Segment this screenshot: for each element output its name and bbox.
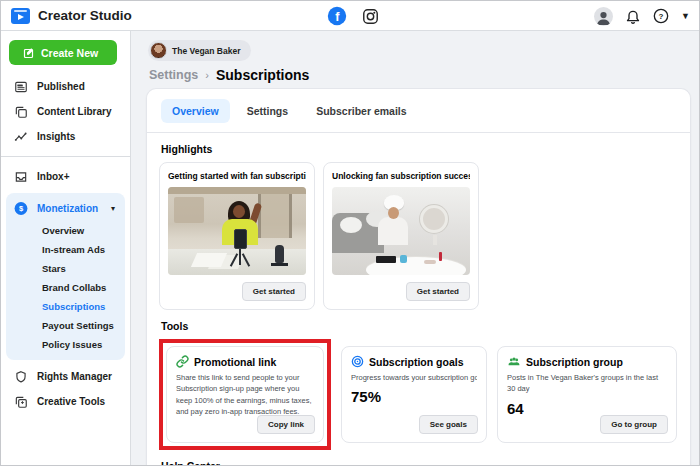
page-avatar xyxy=(150,42,167,59)
scene-lipstick xyxy=(439,252,442,261)
help-icon[interactable]: ? xyxy=(653,8,669,24)
tool-card-description: Share this link to send people to your S… xyxy=(176,372,314,417)
see-goals-button[interactable]: See goals xyxy=(419,415,478,434)
sidebar-subitem-label: Policy Issues xyxy=(42,339,102,350)
scene-microphone xyxy=(275,245,284,263)
top-bar-actions: ? ▼ xyxy=(594,1,690,31)
monetization-section: $ Monetization ▾ Overview In-stream Ads … xyxy=(6,193,125,360)
tab-subscriber-emails[interactable]: Subscriber emails xyxy=(305,99,417,123)
sidebar-item-content-library[interactable]: Content Library xyxy=(1,99,130,124)
platform-switcher: f xyxy=(327,1,379,31)
highlight-card-unlocking-success: Unlocking fan subscription success xyxy=(323,162,479,310)
tool-card-promotional-link: Promotional link Share this link to send… xyxy=(166,346,324,443)
go-to-group-button[interactable]: Go to group xyxy=(600,415,668,434)
scene-person-face xyxy=(233,205,245,218)
chevron-down-icon[interactable]: ▾ xyxy=(111,204,115,213)
tab-bar: Overview Settings Subscriber emails xyxy=(147,98,690,133)
scene-window xyxy=(258,194,292,238)
notifications-bell-icon[interactable] xyxy=(625,8,641,24)
account-menu-caret-icon[interactable]: ▼ xyxy=(681,11,690,21)
sidebar-subitem-policy-issues[interactable]: Policy Issues xyxy=(6,335,125,354)
sidebar-subitem-label: In-stream Ads xyxy=(42,244,105,255)
get-started-button[interactable]: Get started xyxy=(406,282,470,301)
sidebar-subitem-label: Brand Collabs xyxy=(42,282,106,293)
sidebar-subitem-label: Subscriptions xyxy=(42,301,105,312)
sidebar-subitem-instream-ads[interactable]: In-stream Ads xyxy=(6,240,125,259)
sidebar-item-rights-manager[interactable]: Rights Manager xyxy=(1,364,130,389)
tool-card-title: Subscription goals xyxy=(369,356,464,368)
tools-section-title: Tools xyxy=(161,320,676,332)
page-name: The Vegan Baker xyxy=(172,46,241,56)
sidebar-subitem-payout-settings[interactable]: Payout Settings xyxy=(6,316,125,335)
scene-makeup-palette xyxy=(376,256,396,263)
sidebar-divider xyxy=(1,156,130,157)
sidebar-item-inbox[interactable]: Inbox+ xyxy=(1,164,130,189)
sidebar-subitem-brand-collabs[interactable]: Brand Collabs xyxy=(6,278,125,297)
scene-ceiling-beam xyxy=(168,187,306,194)
scene-pillows xyxy=(340,217,362,233)
scene-makeup-pad xyxy=(424,260,436,264)
get-started-button[interactable]: Get started xyxy=(242,282,306,301)
sidebar-subitem-overview[interactable]: Overview xyxy=(6,221,125,240)
sidebar-subitem-label: Payout Settings xyxy=(42,320,114,331)
group-posts-count: 64 xyxy=(507,400,667,417)
compose-icon xyxy=(23,47,35,59)
group-icon xyxy=(507,355,521,368)
tools-row: Promotional link Share this link to send… xyxy=(159,339,678,450)
instagram-icon[interactable] xyxy=(362,8,379,25)
scene-cream-jar xyxy=(400,255,407,263)
highlights-section-title: Highlights xyxy=(161,143,676,155)
breadcrumb-chevron-icon: › xyxy=(205,69,209,81)
sidebar-item-creative-tools[interactable]: Creative Tools xyxy=(1,389,130,414)
shield-icon xyxy=(14,370,28,384)
create-new-label: Create New xyxy=(41,47,98,59)
published-icon xyxy=(14,80,28,94)
tool-card-description: Progress towards your subscription goal. xyxy=(351,372,477,383)
scene-tripod xyxy=(239,248,241,265)
highlight-card-image xyxy=(168,187,306,275)
help-center-section-title: Help Center xyxy=(161,460,676,466)
app-title: Creator Studio xyxy=(38,8,132,23)
creator-studio-logo-icon[interactable] xyxy=(11,8,30,24)
tab-overview[interactable]: Overview xyxy=(161,99,230,123)
highlight-card-title: Getting started with fan subscriptions xyxy=(168,171,306,181)
sidebar-item-published[interactable]: Published xyxy=(1,74,130,99)
page-selector-chip[interactable]: The Vegan Baker xyxy=(148,40,251,61)
scene-shelf xyxy=(174,197,204,223)
sidebar-subitem-label: Overview xyxy=(42,225,84,236)
sidebar-subitem-subscriptions[interactable]: Subscriptions xyxy=(6,297,125,316)
create-new-button[interactable]: Create New xyxy=(9,40,117,65)
scene-person-face xyxy=(388,207,399,219)
copy-link-button[interactable]: Copy link xyxy=(257,415,315,434)
tab-settings[interactable]: Settings xyxy=(236,99,299,123)
inbox-icon xyxy=(14,170,28,184)
tool-card-description: Posts in The Vegan Baker's groups in the… xyxy=(507,372,667,395)
sidebar-subitem-stars[interactable]: Stars xyxy=(6,259,125,278)
content-library-icon xyxy=(14,105,28,119)
tool-card-subscription-group: Subscription group Posts in The Vegan Ba… xyxy=(497,346,677,443)
subscriptions-panel: Overview Settings Subscriber emails High… xyxy=(146,88,691,466)
profile-avatar[interactable] xyxy=(594,7,613,26)
subscription-goal-percentage: 75% xyxy=(351,388,477,405)
link-icon xyxy=(176,355,189,368)
promotional-link-highlight-box: Promotional link Share this link to send… xyxy=(159,339,331,450)
sidebar-item-monetization[interactable]: $ Monetization ▾ xyxy=(6,195,125,221)
scene-person-robe xyxy=(378,217,408,245)
sidebar-item-insights[interactable]: Insights xyxy=(1,124,130,149)
creator-studio-window: Creator Studio f ? ▼ xyxy=(0,0,700,466)
scene-vanity-mirror xyxy=(420,205,448,233)
sidebar-item-label: Published xyxy=(37,81,85,92)
main-content: The Vegan Baker Settings › Subscriptions… xyxy=(131,31,699,465)
sidebar-item-label: Creative Tools xyxy=(37,396,105,407)
breadcrumb-settings-link[interactable]: Settings xyxy=(149,68,198,82)
sidebar-item-label: Monetization xyxy=(37,203,98,214)
tool-card-subscription-goals: Subscription goals Progress towards your… xyxy=(341,346,487,443)
sidebar-item-label: Insights xyxy=(37,131,75,142)
highlight-card-image xyxy=(332,187,470,275)
sidebar-item-label: Content Library xyxy=(37,106,111,117)
sidebar: Create New Published Content Library Ins… xyxy=(1,31,131,465)
page-title: Subscriptions xyxy=(216,67,309,83)
facebook-icon[interactable]: f xyxy=(327,6,347,26)
breadcrumb: Settings › Subscriptions xyxy=(149,67,309,83)
creative-tools-icon xyxy=(14,395,28,409)
